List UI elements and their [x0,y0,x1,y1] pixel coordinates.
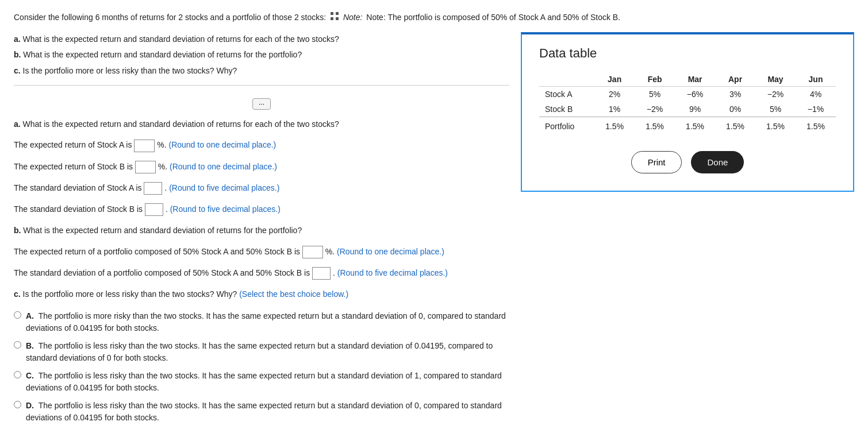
instruction-text: Consider the following 6 months of retur… [14,13,326,22]
std-dev-b-row: The standard deviation of Stock B is . (… [14,203,509,216]
multiple-choice-section: A. The portfolio is more risky than the … [14,310,509,424]
portfolio-mar: 1.5% [675,117,715,134]
part-b-section-label: b. What is the expected return and stand… [14,224,509,237]
stock-a-may: −2% [755,87,796,102]
stock-a-feb: 5% [635,87,675,102]
std-dev-a-row: The standard deviation of Stock A is . (… [14,181,509,195]
stock-a-mar: −6% [675,87,715,102]
choice-d: D. The portfolio is less risky than the … [14,400,509,424]
header-jan: Jan [594,72,635,87]
expected-return-a-input[interactable] [134,140,155,152]
choice-c-radio[interactable] [14,371,21,378]
expected-return-a-row: The expected return of Stock A is %. (Ro… [14,138,509,152]
data-table-title: Data table [539,46,836,61]
choice-a-radio[interactable] [14,311,21,319]
svg-rect-1 [336,12,339,15]
stock-b-apr: 0% [715,102,755,117]
portfolio-std-dev-input[interactable] [312,267,331,280]
choice-c: C. The portfolio is less risky than the … [14,370,509,394]
portfolio-std-dev-row: The standard deviation of a portfolio co… [14,266,509,280]
table-row-portfolio: Portfolio 1.5% 1.5% 1.5% 1.5% 1.5% 1.5% [539,117,836,134]
stock-a-jun: 4% [796,87,836,102]
note-text: Note: The portfolio is composed of 50% o… [366,13,620,22]
data-table: Jan Feb Mar Apr May Jun Stock A 2% 5% −6… [539,72,836,134]
portfolio-label: Portfolio [539,117,594,134]
svg-rect-0 [331,12,333,15]
part-a-section-label: a. What is the expected return and stand… [14,118,509,130]
svg-rect-2 [331,17,333,20]
table-row-stock-b: Stock B 1% −2% 9% 0% 5% −1% [539,102,836,117]
header-feb: Feb [635,72,675,87]
header-mar: Mar [675,72,715,87]
stock-b-label: Stock B [539,102,594,117]
choice-a: A. The portfolio is more risky than the … [14,310,509,334]
stock-b-jun: −1% [796,102,836,117]
header-apr: Apr [715,72,755,87]
stock-a-jan: 2% [594,87,635,102]
data-table-panel: Data table Jan Feb Mar Apr May Jun Stock… [521,32,854,192]
part-c-section-label: c. Is the portfolio more or less risky t… [14,288,509,300]
grid-icon [330,11,339,24]
button-row: Print Done [539,151,836,173]
portfolio-expected-return-row: The expected return of a portfolio compo… [14,245,509,258]
header-label [539,72,594,87]
header-may: May [755,72,796,87]
portfolio-feb: 1.5% [635,117,675,134]
stock-b-may: 5% [755,102,796,117]
portfolio-expected-return-input[interactable] [302,246,323,258]
table-row-stock-a: Stock A 2% 5% −6% 3% −2% 4% [539,87,836,102]
left-panel: a. What is the expected return and stand… [14,32,521,430]
portfolio-jun: 1.5% [796,117,836,134]
questions-list: a. What is the expected return and stand… [14,32,509,78]
more-button[interactable]: ··· [252,98,271,110]
divider [14,85,509,86]
portfolio-apr: 1.5% [715,117,755,134]
expected-return-b-row: The expected return of Stock B is %. (Ro… [14,160,509,173]
choice-b-radio[interactable] [14,341,21,349]
stock-b-feb: −2% [635,102,675,117]
stock-a-label: Stock A [539,87,594,102]
choice-b: B. The portfolio is less risky than the … [14,340,509,364]
std-dev-b-input[interactable] [145,203,163,216]
choice-d-radio[interactable] [14,401,21,408]
stock-b-jan: 1% [594,102,635,117]
print-button[interactable]: Print [631,151,682,173]
main-layout: a. What is the expected return and stand… [14,32,854,430]
top-instruction: Consider the following 6 months of retur… [14,11,854,24]
std-dev-a-input[interactable] [144,182,162,195]
portfolio-jan: 1.5% [594,117,635,134]
portfolio-may: 1.5% [755,117,796,134]
stock-a-apr: 3% [715,87,755,102]
expected-return-b-input[interactable] [135,161,156,173]
done-button[interactable]: Done [691,151,744,173]
table-header-row: Jan Feb Mar Apr May Jun [539,72,836,87]
header-jun: Jun [796,72,836,87]
stock-b-mar: 9% [675,102,715,117]
svg-rect-3 [336,17,339,20]
